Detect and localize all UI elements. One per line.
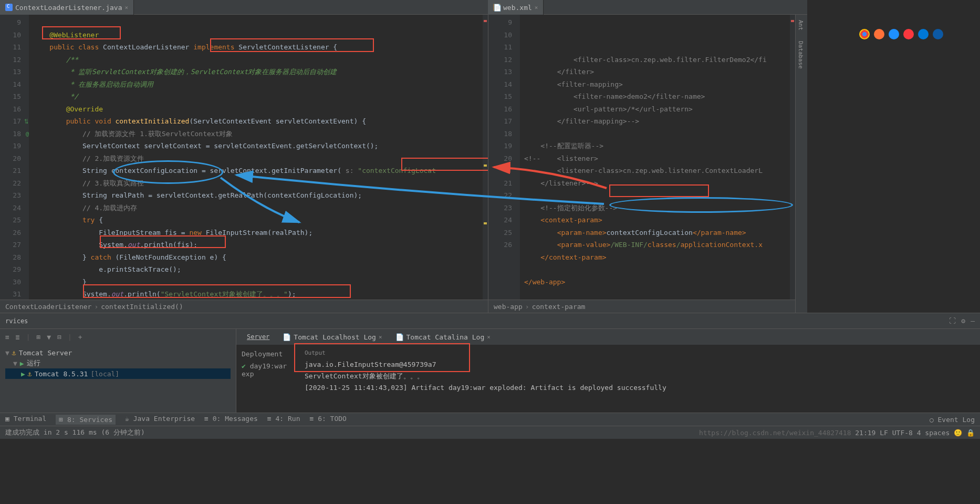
- right-editor[interactable]: 91011121314151617181920212223242526 💡 <f…: [488, 15, 795, 313]
- services-panel: ≡ ≣ | ⊞ ▼ ⊟ | + ▼⚓Tomcat Server ▼▶运行 ▶⚓T…: [0, 328, 980, 413]
- error-stripe[interactable]: [483, 15, 488, 300]
- tree-tomcat-server[interactable]: Tomcat Server: [19, 349, 72, 357]
- tab-catalina-log[interactable]: 📄Tomcat Catalina Log×: [390, 332, 496, 343]
- safari-icon[interactable]: [889, 29, 899, 39]
- ie-icon[interactable]: [918, 29, 929, 39]
- expand-all-icon[interactable]: ≡: [5, 333, 9, 341]
- right-gutter: 91011121314151617181920212223242526: [488, 15, 520, 300]
- tomcat-icon: 📄: [395, 333, 404, 341]
- deployment-artifact[interactable]: day19:war exp: [242, 362, 287, 378]
- right-tool-window-bar: Ant Database: [795, 15, 807, 313]
- encoding[interactable]: UTF-8: [892, 429, 913, 437]
- services-panel-header: rvices ⛶ ⚙ —: [0, 313, 980, 328]
- services-tree[interactable]: ▼⚓Tomcat Server ▼▶运行 ▶⚓Tomcat 8.5.31 [lo…: [0, 345, 236, 382]
- tab-label: ContextLoaderListener.java: [15, 4, 122, 12]
- tomcat-icon: ⚓: [28, 370, 32, 378]
- status-bar: 建成功完成 in 2 s 116 ms (6 分钟之前) https://blo…: [0, 426, 980, 439]
- output-line: ServletContext对象被创建了。。。: [305, 371, 975, 382]
- hide-icon[interactable]: —: [971, 317, 975, 325]
- play-icon: ▶: [20, 359, 24, 367]
- output-line: [2020-11-25 11:41:43,023] Artifact day19…: [305, 382, 975, 394]
- close-icon[interactable]: ×: [125, 4, 129, 11]
- right-editor-tabs: 📄 web.xml ×: [488, 0, 807, 15]
- deployment-label: Deployment: [242, 350, 294, 358]
- left-code[interactable]: @WebListener public class ContextLoaderL…: [29, 15, 488, 300]
- expand-icon[interactable]: ⛶: [949, 317, 956, 325]
- output-console[interactable]: Output java.io.FileInputStream@459739a7 …: [299, 345, 980, 413]
- breadcrumb-method[interactable]: contextInitialized(): [101, 303, 183, 311]
- caret-position[interactable]: 21:19: [855, 429, 875, 437]
- java-class-icon: [5, 4, 13, 11]
- tree-tomcat-instance[interactable]: Tomcat 8.5.31: [35, 370, 88, 378]
- status-build-msg: 建成功完成 in 2 s 116 ms (6 分钟之前): [5, 428, 145, 437]
- xml-file-icon: 📄: [493, 4, 501, 11]
- deployment-pane: Deployment ✔ day19:war exp: [236, 345, 299, 413]
- services-tree-pane: ≡ ≣ | ⊞ ▼ ⊟ | + ▼⚓Tomcat Server ▼▶运行 ▶⚓T…: [0, 329, 236, 413]
- tab-server[interactable]: Server: [242, 332, 275, 342]
- group-icon[interactable]: ⊞: [36, 333, 40, 341]
- tomcat-icon: 📄: [283, 333, 291, 341]
- ant-tool-button[interactable]: Ant: [796, 15, 806, 36]
- settings-icon[interactable]: ⚙: [961, 317, 965, 325]
- collapse-all-icon[interactable]: ≣: [16, 333, 20, 341]
- output-label: Output: [305, 347, 975, 359]
- opera-icon[interactable]: [903, 29, 914, 39]
- right-breadcrumb: web-app › context-param: [488, 300, 795, 313]
- indent-info[interactable]: 4 spaces: [917, 429, 950, 437]
- breadcrumb-class[interactable]: ContextLoaderListener: [5, 303, 91, 311]
- open-in-browser-bar: [859, 29, 943, 39]
- todo-button[interactable]: ≡ 6: TODO: [309, 415, 346, 425]
- left-editor-tabs: ContextLoaderListener.java ×: [0, 0, 488, 15]
- java-enterprise-button[interactable]: ☕ Java Enterprise: [125, 415, 195, 425]
- line-separator[interactable]: LF: [880, 429, 888, 437]
- add-icon[interactable]: +: [78, 333, 82, 341]
- play-icon: ▶: [21, 370, 25, 378]
- right-code[interactable]: 💡 <filter-class>cn.zep.web.filter.Filter…: [520, 15, 795, 300]
- lock-icon[interactable]: 🔒: [966, 429, 975, 437]
- close-icon[interactable]: ×: [535, 4, 538, 11]
- tab-label: web.xml: [503, 4, 532, 12]
- tree-local-tag: [local]: [90, 370, 119, 378]
- bottom-tool-bar: ▣ Terminal ⊞ 8: Services ☕ Java Enterpri…: [0, 413, 980, 426]
- error-stripe-right[interactable]: [790, 15, 795, 300]
- server-log-tabs: Server 📄Tomcat Localhost Log× 📄Tomcat Ca…: [236, 329, 980, 345]
- filter-icon[interactable]: ▼: [47, 333, 51, 341]
- breadcrumb-node[interactable]: context-param: [532, 303, 586, 311]
- left-editor[interactable]: 9101112131415161718192021222324252627282…: [0, 15, 488, 313]
- watermark: https://blog.csdn.net/weixin_44827418: [699, 429, 851, 437]
- left-breadcrumb: ContextLoaderListener › contextInitializ…: [0, 300, 488, 313]
- messages-button[interactable]: ≡ 0: Messages: [204, 415, 258, 425]
- services-toolbar: ≡ ≣ | ⊞ ▼ ⊟ | +: [0, 329, 236, 345]
- check-icon: ✔: [242, 362, 246, 370]
- firefox-icon[interactable]: [874, 29, 884, 39]
- services-button[interactable]: ⊞ 8: Services: [56, 415, 116, 425]
- event-log-button[interactable]: ○ Event Log: [930, 416, 975, 424]
- services-title: rvices: [5, 317, 28, 325]
- close-icon[interactable]: ×: [487, 334, 491, 341]
- breadcrumb-root[interactable]: web-app: [494, 303, 523, 311]
- inspection-icon[interactable]: 🙂: [954, 429, 962, 437]
- database-tool-button[interactable]: Database: [796, 36, 806, 74]
- tomcat-server-icon: ⚓: [12, 349, 16, 357]
- left-gutter: 9101112131415161718192021222324252627282…: [0, 15, 29, 300]
- layout-icon[interactable]: ⊟: [57, 333, 61, 341]
- run-button[interactable]: ≡ 4: Run: [267, 415, 300, 425]
- tab-webxml[interactable]: 📄 web.xml ×: [488, 0, 544, 15]
- chrome-icon[interactable]: [859, 29, 870, 39]
- tab-localhost-log[interactable]: 📄Tomcat Localhost Log×: [277, 332, 387, 343]
- tree-running[interactable]: 运行: [27, 358, 40, 368]
- edge-icon[interactable]: [933, 29, 943, 39]
- terminal-button[interactable]: ▣ Terminal: [5, 415, 46, 425]
- output-line: java.io.FileInputStream@459739a7: [305, 359, 975, 371]
- close-icon[interactable]: ×: [379, 334, 382, 341]
- tab-contextloader[interactable]: ContextLoaderListener.java ×: [0, 0, 134, 15]
